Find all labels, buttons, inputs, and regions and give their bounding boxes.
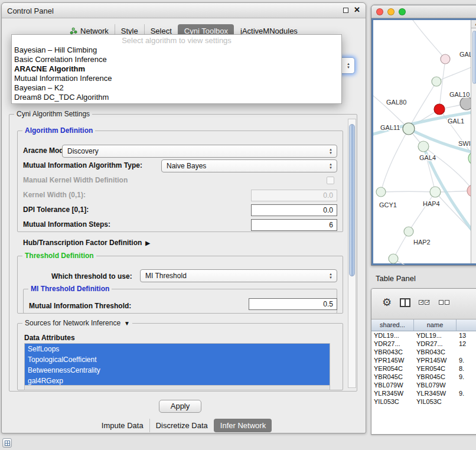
chevron-updown-icon: ▲▼ [344, 58, 353, 73]
table-cell [457, 381, 476, 389]
network-graph[interactable]: GAL8GAL80GAL10GAL1GAL11SWI4GAL4GCY1HAP4Y… [373, 20, 476, 265]
collapsed-panel-icon[interactable] [2, 438, 12, 448]
table-cell: YER054C [414, 364, 457, 373]
bottom-tab-infer-network-label: Infer Network [220, 421, 266, 430]
table-cell: 9. [457, 373, 476, 381]
algorithm-option-dream8-dc-tdc-algorithm[interactable]: Dream8 DC_TDC Algorithm [12, 93, 341, 102]
mi-threshold-group-title: MI Threshold Definition [28, 285, 112, 293]
scroll-up-icon[interactable]: ▲ [471, 20, 476, 28]
sources-section-toggle[interactable]: Sources for Network Inference▼ [22, 319, 132, 327]
select-unchecked-icon[interactable] [439, 300, 451, 305]
node-gal1[interactable] [434, 104, 445, 115]
sources-section-label: Sources for Network Inference [25, 319, 120, 327]
mi-algorithm-type-combobox[interactable]: Naive Bayes ▲▼ [161, 159, 337, 172]
table-row[interactable]: YBL079WYBL079W [371, 381, 476, 389]
node-label-gcy1: GCY1 [379, 201, 397, 208]
manual-kernel-width-label: Manual Kernel Width Definition [23, 176, 128, 184]
node-pink-top[interactable] [441, 54, 450, 64]
table-cell: YDR27... [414, 340, 457, 348]
table-cell: 12 [457, 340, 476, 348]
select-checked-icon[interactable] [419, 300, 431, 305]
table-row[interactable]: YPR145WYPR145W9. [371, 356, 476, 364]
attribute-item-selfloops[interactable]: SelfLoops [25, 344, 330, 354]
algorithm-option-bayesian-k2[interactable]: Bayesian – K2 [12, 83, 341, 93]
network-edge [381, 191, 435, 192]
node-gal11[interactable] [403, 123, 415, 135]
mi-steps-field[interactable]: 6 [251, 219, 337, 231]
column-header-shared[interactable]: shared... [371, 319, 414, 331]
columns-icon[interactable] [400, 298, 410, 307]
kernel-width-field[interactable]: 0.0 [251, 190, 337, 201]
network-canvas[interactable]: GAL8GAL80GAL10GAL1GAL11SWI4GAL4GCY1HAP4Y… [371, 18, 476, 265]
scrollbar-thumb[interactable] [472, 31, 476, 84]
bottom-tab-impute-data-label: Impute Data [102, 421, 144, 430]
aracne-mode-combobox[interactable]: Discovery ▲▼ [62, 145, 337, 158]
close-window-icon[interactable]: ✕ [354, 6, 360, 14]
node-bottom[interactable] [389, 254, 398, 263]
network-window-titlebar[interactable] [371, 5, 476, 18]
data-attributes-label: Data Attributes [24, 334, 75, 342]
dpi-tolerance-field[interactable]: 0.0 [251, 204, 337, 216]
apply-button[interactable]: Apply [159, 400, 201, 413]
data-attributes-list[interactable]: SelfLoopsTopologicalCoefficientBetweenne… [24, 343, 330, 390]
settings-scrollbar[interactable] [348, 119, 356, 388]
attributes-horizontal-scrollbar[interactable] [25, 385, 330, 390]
attribute-item-betweennesscentrality[interactable]: BetweennessCentrality [25, 365, 330, 376]
control-panel-titlebar[interactable]: Control Panel ✕ [2, 3, 366, 18]
control-panel-window: Control Panel ✕ NetworkStyleSelectCyni T… [1, 2, 366, 433]
network-edge [381, 129, 409, 192]
hub-section-toggle[interactable]: Hub/Transcription Factor Definition▶ [23, 239, 150, 247]
node-hap2[interactable] [404, 227, 413, 236]
manual-kernel-width-checkbox[interactable] [327, 177, 334, 184]
mi-threshold-field[interactable]: 0.5 [249, 298, 337, 310]
node-gcy1[interactable] [376, 187, 386, 197]
table-cell: YBL079W [414, 381, 457, 389]
algorithm-popup-placeholder: Select algorithm to view settings [12, 36, 341, 45]
close-traffic-light-icon[interactable] [376, 8, 383, 15]
algorithm-option-bayesian-hill-climbing[interactable]: Bayesian – Hill Climbing [12, 45, 341, 55]
chevron-updown-icon: ▲▼ [327, 160, 335, 172]
attribute-item-topologicalcoefficient[interactable]: TopologicalCoefficient [25, 354, 330, 365]
table-row[interactable]: YDL19...YDL19...13 [371, 331, 476, 340]
node-green-a[interactable] [432, 77, 441, 86]
table-row[interactable]: YER054CYER054C8. [371, 364, 476, 373]
table-row[interactable]: YBR045CYBR045C9. [371, 373, 476, 381]
float-window-icon[interactable] [343, 8, 348, 13]
table-cell: YIL053C [414, 397, 457, 406]
table-cell: YBR045C [371, 373, 414, 381]
network-edge [373, 91, 409, 129]
column-header-name[interactable]: name [414, 319, 457, 331]
table-row[interactable]: YDR27...YDR27...12 [371, 340, 476, 348]
which-threshold-label: Which threshold to use: [51, 272, 132, 281]
table-cell: YDL19... [371, 331, 414, 340]
network-view-window: GAL8GAL80GAL10GAL1GAL11SWI4GAL4GCY1HAP4Y… [371, 5, 476, 266]
table-toolbar: ⚙ [371, 289, 476, 319]
table-cell: YPR145W [371, 356, 414, 364]
algorithm-option-aracne-algorithm[interactable]: ARACNE Algorithm [12, 64, 341, 74]
network-vertical-scrollbar[interactable]: ▲ [471, 20, 476, 263]
bottom-tab-infer-network[interactable]: Infer Network [214, 419, 272, 432]
node-hap4[interactable] [430, 187, 441, 197]
table-cell: 9. [457, 389, 476, 397]
column-header-col2[interactable] [457, 319, 476, 331]
table-cell: 13 [457, 331, 476, 340]
which-threshold-combobox[interactable]: MI Threshold ▲▼ [140, 269, 337, 282]
table-panel-title: Table Panel [376, 274, 416, 283]
gear-icon[interactable]: ⚙ [382, 297, 392, 308]
algorithm-option-basic-correlation-inference[interactable]: Basic Correlation Inference [12, 55, 341, 64]
table-row[interactable]: YBR043CYBR043C [371, 348, 476, 356]
minimize-traffic-light-icon[interactable] [387, 8, 395, 15]
node-gal4[interactable] [418, 141, 429, 152]
zoom-traffic-light-icon[interactable] [399, 8, 406, 15]
table-row[interactable]: YLR345WYLR345W9. [371, 389, 476, 397]
node-label-gal10: GAL10 [449, 91, 470, 98]
algorithm-option-mutual-information-inference[interactable]: Mutual Information Inference [12, 74, 341, 83]
bottom-tabbar: Impute DataDiscretize DataInfer Network [2, 419, 366, 432]
scrollbar-thumb[interactable] [349, 124, 355, 276]
bottom-tab-discretize-data[interactable]: Discretize Data [149, 419, 214, 432]
bottom-tab-impute-data[interactable]: Impute Data [96, 419, 149, 432]
table-row[interactable]: YIL053CYIL053C [371, 397, 476, 406]
node-label-gal11: GAL11 [380, 124, 400, 131]
table-cell: YDL19... [414, 331, 457, 340]
table-body: YDL19...YDL19...13YDR27...YDR27...12YBR0… [371, 331, 476, 406]
